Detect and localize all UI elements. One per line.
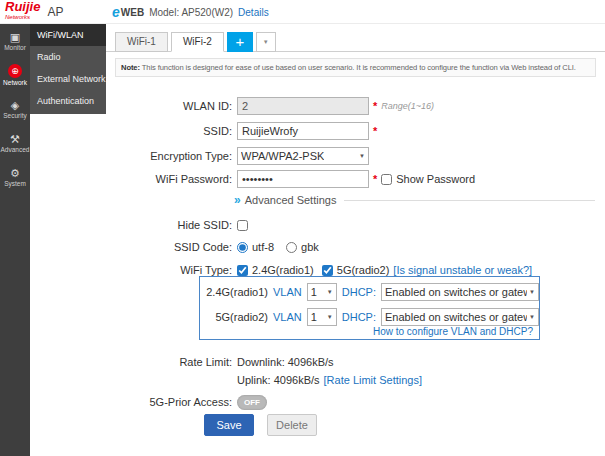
radio2-vlan-row: 5G(radio2) VLAN 1 ▼ DHCP: Enabled on swi…: [200, 308, 539, 326]
wifi-type-5g-checkbox[interactable]: [322, 265, 333, 276]
ssid-code-gbk-label: gbk: [301, 241, 319, 253]
tab-wifi-1[interactable]: WiFi-1: [115, 32, 168, 52]
radio2-dhcp-link[interactable]: DHCP:: [342, 311, 376, 323]
subnav-item-authentication[interactable]: Authentication: [30, 90, 106, 112]
radio2-name: 5G(radio2): [200, 311, 268, 323]
brand-name: Ruijie: [5, 2, 40, 12]
wlan-id-range-hint: Range(1~16): [381, 101, 434, 111]
save-button[interactable]: Save: [204, 414, 254, 436]
hide-ssid-label: Hide SSID:: [106, 219, 232, 231]
delete-button[interactable]: Delete: [267, 414, 317, 436]
prior-access-toggle[interactable]: OFF: [237, 395, 267, 410]
network-submenu: WiFi/WLAN Radio External Network Authent…: [30, 24, 106, 114]
tab-overflow-dropdown[interactable]: ▼: [256, 32, 276, 52]
eweb-header: e WEB Model: AP520(W2) Details: [112, 0, 269, 24]
ssid-code-row: SSID Code: utf-8 gbk: [106, 237, 605, 257]
chevron-down-icon: ▼: [529, 314, 535, 320]
network-icon: ⊕: [8, 64, 22, 78]
ssid-input[interactable]: [237, 122, 369, 140]
add-wifi-button[interactable]: +: [227, 32, 253, 52]
ssid-code-utf8-label: utf-8: [252, 241, 274, 253]
wifi-password-input[interactable]: [237, 170, 369, 188]
sidebar-item-advanced[interactable]: ⚒ Advanced: [0, 126, 30, 160]
advanced-icon: ⚒: [10, 133, 20, 145]
details-link[interactable]: Details: [238, 7, 269, 18]
encryption-label: Encryption Type:: [106, 150, 232, 162]
radio2-vlan-select[interactable]: 1 ▼: [307, 308, 337, 326]
subnav-item-radio[interactable]: Radio: [30, 46, 106, 68]
advanced-settings-section: » Advanced Settings: [106, 192, 605, 208]
ssid-code-utf8-radio[interactable]: [237, 242, 248, 253]
security-icon: ◈: [11, 99, 19, 111]
show-password-label: Show Password: [396, 173, 475, 185]
radio1-vlan-select[interactable]: 1 ▼: [307, 283, 337, 301]
password-required-asterisk: *: [373, 173, 377, 185]
rate-limit-uplink-row: Uplink: 4096kB/s [Rate Limit Settings]: [106, 370, 605, 390]
wifi-type-5g-label: 5G(radio2): [337, 264, 390, 276]
radio1-dhcp-link[interactable]: DHCP:: [342, 286, 376, 298]
signal-unstable-link[interactable]: [Is signal unstable or weak?]: [393, 264, 532, 276]
rate-limit-downlink: Downlink: 4096kB/s: [237, 356, 334, 368]
subnav-item-external-network[interactable]: External Network: [30, 68, 106, 90]
hide-ssid-checkbox[interactable]: [237, 220, 248, 231]
wifi-type-24g-label: 2.4G(radio1): [252, 264, 314, 276]
wifi-password-row: WiFi Password: * Show Password: [106, 169, 605, 189]
prior-access-label: 5G-Prior Access:: [106, 396, 232, 408]
note-text: This function is designed for ease of us…: [140, 63, 576, 72]
wlan-id-row: WLAN ID: * Range(1~16): [106, 96, 605, 116]
wifi-type-label: WiFi Type:: [106, 264, 232, 276]
radio2-dhcp-select[interactable]: Enabled on switches or gatew ▼: [381, 308, 539, 326]
sidebar-item-system[interactable]: ⚙ System: [0, 160, 30, 194]
radio1-dhcp-select[interactable]: Enabled on switches or gatewa ▼: [381, 283, 539, 301]
rate-limit-settings-link[interactable]: [Rate Limit Settings]: [324, 374, 422, 386]
brand-sub: Networks: [5, 12, 40, 22]
vlan-dhcp-help-link[interactable]: How to configure VLAN and DHCP?: [373, 326, 533, 337]
ssid-row: SSID: *: [106, 121, 605, 141]
chevron-down-icon: ▼: [327, 289, 333, 295]
wifi-type-24g-checkbox[interactable]: [237, 265, 248, 276]
hide-ssid-row: Hide SSID:: [106, 215, 605, 235]
encryption-row: Encryption Type: WPA/WPA2-PSK ▼: [106, 146, 605, 166]
top-bar: Ruijie Networks AP e WEB Model: AP520(W2…: [0, 0, 605, 24]
ssid-code-gbk-radio[interactable]: [286, 242, 297, 253]
wlan-id-label: WLAN ID:: [106, 100, 232, 112]
ssid-label: SSID:: [106, 125, 232, 137]
eweb-app-name: WEB: [121, 7, 144, 18]
vlan-dhcp-panel: 2.4G(radio1) VLAN 1 ▼ DHCP: Enabled on s…: [199, 276, 540, 340]
ruijie-logo-text: Ruijie Networks: [5, 2, 40, 22]
chevron-down-icon: ▼: [359, 153, 365, 159]
wlan-id-required-asterisk: *: [373, 100, 377, 112]
encryption-select[interactable]: WPA/WPA2-PSK ▼: [237, 147, 369, 165]
main-content: WiFi-1 WiFi-2 + ▼ Note: This function is…: [106, 24, 605, 456]
advanced-settings-toggle[interactable]: Advanced Settings: [245, 194, 337, 206]
prior-access-row: 5G-Prior Access: OFF: [106, 392, 605, 412]
sidebar-item-security[interactable]: ◈ Security: [0, 92, 30, 126]
sidebar-item-monitor[interactable]: ▣ Monitor: [0, 24, 30, 58]
divider: [344, 200, 595, 201]
wifi-password-label: WiFi Password:: [106, 173, 232, 185]
chevron-down-icon: ▼: [327, 314, 333, 320]
expand-chevron-icon[interactable]: »: [234, 193, 241, 207]
wifi-tab-bar: WiFi-1 WiFi-2 + ▼: [106, 31, 605, 52]
rate-limit-label: Rate Limit:: [106, 356, 232, 368]
radio1-name: 2.4G(radio1): [200, 286, 268, 298]
ssid-required-asterisk: *: [373, 125, 377, 137]
monitor-icon: ▣: [10, 31, 20, 43]
chevron-down-icon: ▼: [529, 289, 535, 295]
radio2-vlan-link[interactable]: VLAN: [273, 311, 302, 323]
wlan-id-input[interactable]: [237, 97, 369, 115]
radio1-vlan-link[interactable]: VLAN: [273, 286, 302, 298]
radio1-vlan-row: 2.4G(radio1) VLAN 1 ▼ DHCP: Enabled on s…: [200, 283, 539, 301]
note-banner: Note: This function is designed for ease…: [115, 58, 596, 77]
sidebar-item-network[interactable]: ⊕ Network: [0, 58, 30, 92]
main-sidebar: ▣ Monitor ⊕ Network ◈ Security ⚒ Advance…: [0, 24, 30, 456]
product-name: AP: [47, 5, 63, 19]
show-password-checkbox[interactable]: [381, 174, 392, 185]
note-label: Note:: [121, 63, 140, 72]
tab-wifi-2[interactable]: WiFi-2: [171, 32, 224, 52]
subnav-item-wifi-wlan[interactable]: WiFi/WLAN: [30, 24, 106, 46]
app-window: Ruijie Networks AP e WEB Model: AP520(W2…: [0, 0, 605, 456]
ssid-code-label: SSID Code:: [106, 241, 232, 253]
rate-limit-uplink: Uplink: 4096kB/s: [237, 374, 320, 386]
eweb-logo-icon: e: [112, 4, 120, 20]
